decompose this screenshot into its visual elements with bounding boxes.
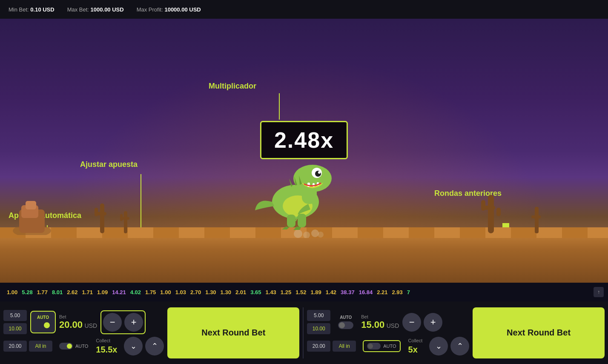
bet-panel-left-top: 5.00 10.00 AUTO Bet 20.00 USD − — [3, 310, 164, 334]
quick-bet-10-left[interactable]: 10.00 — [3, 323, 27, 334]
round-value-18: 1.25 — [281, 288, 291, 296]
round-value-0: 1.00 — [7, 288, 17, 296]
svg-rect-5 — [100, 203, 104, 233]
bet-panel-right: 5.00 10.00 AUTO Bet 15.00 USD − — [307, 310, 469, 355]
bet-amount-left: Bet 20.00 USD — [59, 314, 97, 330]
collect-up-left[interactable]: ⌃ — [145, 337, 164, 355]
bet-plus-right[interactable]: + — [424, 313, 442, 332]
controls-bar: 5.00 10.00 AUTO Bet 20.00 USD − — [0, 301, 608, 364]
quick-bet-5-left[interactable]: 5.00 — [3, 310, 27, 321]
auto-label-right: AUTO — [340, 315, 352, 320]
quick-bets-left: 5.00 10.00 — [3, 310, 27, 334]
bet-value-right: 15.00 — [361, 319, 384, 330]
bet-panel-right-bottom: 20.00 All in AUTO Collect 5x ⌄ ⌃ — [307, 337, 469, 355]
svg-rect-10 — [120, 214, 123, 221]
round-value-5: 1.71 — [82, 288, 93, 296]
round-value-17: 1.43 — [266, 288, 276, 296]
round-value-21: 1.42 — [326, 288, 336, 296]
bet-plus-left[interactable]: + — [124, 313, 143, 332]
max-profit-value: 10000.00 USD — [164, 6, 201, 13]
annotation-multiplicador: Multiplicador — [209, 82, 256, 91]
round-value-7: 14.21 — [112, 288, 126, 296]
collect-box-left: Collect 15.5x — [96, 338, 117, 355]
quick-bet-10-right[interactable]: 10.00 — [307, 323, 330, 334]
collect-label-right: Collect — [408, 338, 423, 343]
svg-rect-15 — [535, 207, 539, 233]
mini-toggle-left[interactable] — [59, 343, 73, 350]
annotation-ajustar: Ajustar apuesta — [80, 160, 138, 169]
collect-label-left: Collect — [96, 338, 117, 343]
collect-adj-right: ⌄ ⌃ — [429, 337, 469, 355]
rounds-bar: 1.005.281.778.012.621.711.0914.214.021.7… — [0, 283, 608, 301]
quick-bet-5-right[interactable]: 5.00 — [307, 310, 330, 321]
round-value-6: 1.09 — [97, 288, 108, 296]
game-area: Multiplicador 2.48x Ajustar apuesta Apue… — [0, 19, 608, 283]
collect-down-right[interactable]: ⌄ — [429, 337, 448, 355]
multiplier-value: 2.48x — [274, 128, 334, 152]
bet-panel-right-top: 5.00 10.00 AUTO Bet 15.00 USD − — [307, 310, 469, 334]
top-bar: Min Bet: 0.10 USD Max Bet: 1000.00 USD M… — [0, 0, 608, 19]
max-profit-label: Max Profit: — [137, 6, 163, 13]
next-round-btn-right[interactable]: Next Round Bet — [473, 307, 605, 358]
toggle-knob-right — [339, 322, 345, 328]
quick-bet-20-right[interactable]: 20.00 — [307, 341, 330, 352]
svg-point-26 — [318, 171, 321, 174]
quick-bet-20-left[interactable]: 20.00 — [3, 341, 27, 352]
bet-minus-right[interactable]: − — [402, 313, 421, 332]
rounds-scroll-button[interactable]: ↑ — [594, 287, 604, 297]
max-bet-value: 1000.00 USD — [91, 6, 124, 13]
round-value-1: 5.28 — [22, 288, 32, 296]
bet-label-right: Bet — [361, 314, 399, 319]
collect-box-right: Collect 5x — [408, 338, 423, 355]
collect-down-left[interactable]: ⌄ — [124, 337, 143, 355]
round-value-11: 1.03 — [175, 288, 186, 296]
round-value-12: 2.70 — [190, 288, 201, 296]
toggle-switch-right[interactable] — [338, 321, 353, 329]
bet-panel-left: 5.00 10.00 AUTO Bet 20.00 USD − — [3, 310, 164, 355]
bet-adj-left: − + — [100, 310, 146, 334]
auto-collect-label-right: AUTO — [383, 344, 396, 349]
round-value-15: 2.01 — [235, 288, 246, 296]
next-round-btn-left[interactable]: Next Round Bet — [167, 307, 299, 358]
max-bet-label: Max Bet: — [67, 6, 89, 13]
quick-bet-allin-left[interactable]: All in — [29, 341, 52, 352]
max-profit-info: Max Profit: 10000.00 USD — [137, 6, 201, 13]
toggle-switch-left[interactable] — [35, 321, 51, 329]
round-value-13: 1.30 — [205, 288, 216, 296]
auto-toggle-right[interactable]: AUTO — [334, 312, 358, 332]
round-value-2: 1.77 — [37, 288, 48, 296]
svg-rect-28 — [298, 214, 306, 227]
auto-toggle-left[interactable]: AUTO — [30, 311, 56, 333]
max-bet-info: Max Bet: 1000.00 USD — [67, 6, 124, 13]
round-value-20: 1.89 — [310, 288, 321, 296]
collect-up-right[interactable]: ⌃ — [450, 337, 469, 355]
round-value-24: 2.21 — [377, 288, 387, 296]
round-value-14: 1.30 — [221, 288, 231, 296]
panel-divider — [303, 307, 304, 358]
bet-amount-right: Bet 15.00 USD — [361, 314, 399, 330]
annotation-line-mult — [279, 93, 280, 120]
dinosaur — [253, 155, 338, 232]
rock-left — [13, 201, 51, 237]
bet-value-left: 20.00 — [59, 319, 83, 330]
svg-rect-27 — [287, 215, 295, 227]
toggle-knob-left — [44, 322, 50, 328]
cactus-1 — [94, 199, 111, 235]
round-value-23: 16.84 — [359, 288, 373, 296]
bet-minus-left[interactable]: − — [103, 313, 122, 332]
mini-toggle-right[interactable] — [367, 343, 381, 350]
auto-collect-left[interactable]: AUTO — [59, 343, 88, 350]
auto-collect-right[interactable]: AUTO — [363, 340, 400, 352]
round-value-8: 4.02 — [130, 288, 141, 296]
round-value-26: 7 — [407, 288, 410, 296]
svg-rect-8 — [124, 211, 127, 233]
quick-bet-allin-right[interactable]: All in — [333, 341, 356, 352]
round-value-19: 1.52 — [295, 288, 306, 296]
auto-collect-label-left: AUTO — [75, 344, 88, 349]
svg-rect-7 — [95, 208, 98, 216]
svg-point-30 — [303, 232, 310, 238]
min-bet-value: 0.10 USD — [30, 6, 54, 13]
mini-knob-left — [67, 344, 72, 349]
quick-bets-left-2: 20.00 All in — [3, 341, 52, 352]
round-value-3: 8.01 — [52, 288, 63, 296]
